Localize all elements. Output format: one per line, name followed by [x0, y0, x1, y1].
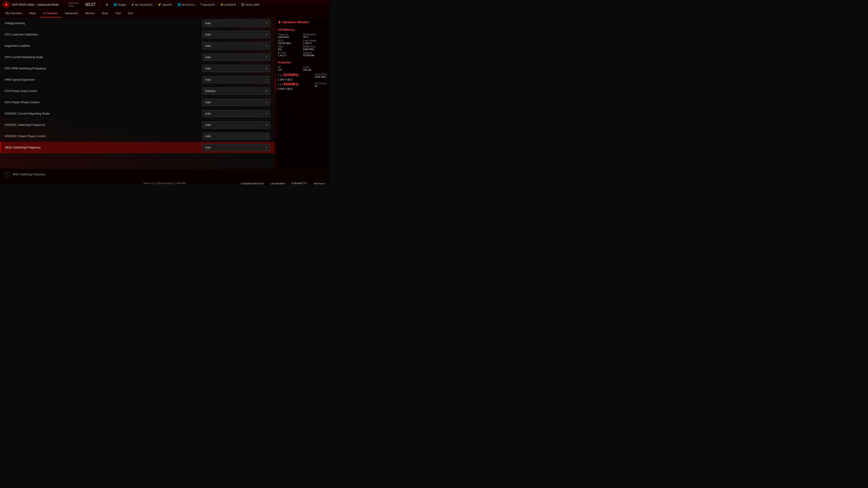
setting-row[interactable]: VRM Spread SpectrumAuto	[0, 74, 275, 86]
setting-row[interactable]: VDDSOC Current Reporting ScaleAuto	[0, 108, 275, 119]
help-icon: ?	[200, 3, 202, 6]
hotkeys-label: Hot Keys ?	[314, 182, 326, 185]
ratio-value: 43x	[278, 48, 301, 51]
frequency-value: 4300 MHz	[278, 36, 301, 38]
main-layout: Voltage trainingAutoCPU Load-line Calibr…	[0, 18, 329, 168]
dos-thresh-value: 91	[315, 85, 327, 88]
settings-tool-btn[interactable]: ⚙	[104, 2, 110, 7]
setting-row[interactable]: CPU Current Reporting ScaleAuto	[0, 52, 275, 63]
nav-bar: My Favorites Main Ai Tweaker Advanced Mo…	[0, 9, 329, 18]
version-text: Version 2.22.1284 Copyright (C) 2024 AMI	[143, 182, 186, 184]
qdashboard-btn[interactable]: Q-Dashboard(Insert)	[237, 180, 267, 185]
v-for-5205-label: V for	[278, 74, 283, 76]
scroll-separator	[275, 18, 275, 168]
nav-main[interactable]: Main	[26, 9, 39, 18]
nav-favorites[interactable]: My Favorites	[2, 9, 26, 18]
scroll-track[interactable]	[275, 18, 276, 168]
aura-btn[interactable]: ✨ AURA(F4)	[218, 2, 238, 7]
nav-boot[interactable]: Boot	[98, 9, 112, 18]
gear-icon: ⚙	[105, 3, 108, 6]
setting-row[interactable]: CPU VRM Switching FrequencyAuto	[0, 63, 275, 74]
sp-label: SP	[278, 66, 301, 68]
content-area: Voltage trainingAutoCPU Load-line Calibr…	[0, 18, 275, 168]
setting-name: MISC Switching Frequency	[5, 146, 202, 149]
core-voltage-value: 1.385 V	[303, 42, 327, 44]
setting-value-wrap: Extreme	[202, 88, 270, 95]
scroll-thumb[interactable]	[275, 78, 276, 92]
settings-list: Voltage trainingAutoCPU Load-line Calibr…	[0, 18, 275, 153]
info-icon: i	[4, 172, 10, 177]
setting-row[interactable]: VDDSOC Switching FrequencyAuto	[0, 119, 275, 131]
aura-icon: ✨	[220, 3, 223, 6]
setting-name: VDDSOC Switching Frequency	[4, 123, 202, 127]
hardware-monitor-sidebar: 🖥 Hardware Monitor CPU/Memory Frequency …	[275, 18, 329, 168]
bios-title: UEFI BIOS Utility – Advanced Mode	[12, 3, 59, 6]
dos-thresh-label: Dos Thresh	[315, 82, 327, 85]
heavy-freq-label: Heavy Freq	[315, 73, 327, 75]
frequency-label: Frequency	[278, 33, 301, 36]
setting-dropdown[interactable]: Auto	[202, 42, 270, 50]
nav-advanced[interactable]: Advanced	[61, 9, 82, 18]
ai-icon: 🌐	[178, 3, 181, 6]
setting-dropdown[interactable]: Auto	[202, 54, 270, 61]
setting-name: VRM Spread Spectrum	[4, 78, 202, 81]
lastmodified-label: Last Modified	[270, 182, 285, 185]
setting-dropdown[interactable]: Auto	[202, 121, 270, 129]
setting-dropdown[interactable]: Auto	[202, 133, 270, 140]
v-l5-5205-value: 1.260 V @L5	[278, 78, 327, 81]
setting-dropdown[interactable]: Auto	[202, 110, 270, 117]
setting-dropdown[interactable]: Auto	[202, 76, 270, 84]
setting-dropdown[interactable]: Extreme	[202, 88, 270, 95]
search-btn[interactable]: ? Search(F9)	[198, 2, 217, 7]
dram-freq-value: 6400 MHz	[303, 48, 327, 51]
mc-volt-value: 1.412 V	[278, 54, 301, 57]
hotkeys-btn[interactable]: Hot Keys ?	[310, 180, 329, 185]
prediction-section: Prediction SP 119 Cooler 166 pts V for 5…	[278, 61, 327, 90]
setting-name: Voltage training	[4, 22, 202, 25]
qfan-btn[interactable]: ⚡ Qfan(F6)	[156, 2, 174, 7]
setting-row[interactable]: Segment2 LoadlineAuto	[0, 40, 275, 52]
prediction-title: Prediction	[278, 61, 327, 64]
setting-dropdown[interactable]: Auto	[202, 31, 270, 38]
rog-logo-icon	[3, 1, 10, 8]
setting-row[interactable]: CPU Load-line CalibrationAuto	[0, 29, 275, 40]
resize-icon: ⬛	[241, 3, 245, 6]
setting-dropdown[interactable]: Auto	[202, 144, 270, 151]
info-text: MISC Switching Frequency	[13, 173, 45, 176]
ezmode-btn[interactable]: EzMode(F7)⏎	[288, 180, 311, 185]
resizebar-btn[interactable]: ⬛ ReSize BAR	[239, 2, 261, 7]
setting-row[interactable]: Voltage trainingAuto	[0, 18, 275, 29]
cooler-label: Cooler	[303, 66, 327, 68]
globe-icon: 🌐	[114, 3, 117, 6]
nav-exit[interactable]: Exit	[124, 9, 136, 18]
cpu-memory-title: CPU/Memory	[278, 28, 327, 31]
setting-value-wrap: Auto	[202, 110, 270, 117]
setting-row[interactable]: VDDSOC Power Phase ControlAuto	[0, 131, 275, 142]
setting-dropdown[interactable]: Auto	[202, 65, 270, 72]
nav-aitweaker[interactable]: Ai Tweaker	[39, 9, 61, 18]
resizebar-label: ReSize BAR	[246, 3, 259, 6]
nav-monitor[interactable]: Monitor	[82, 9, 98, 18]
setting-value-wrap: Auto	[202, 42, 270, 50]
setting-name: CPU Load-line Calibration	[4, 33, 202, 36]
setting-name: CPU Power Duty Control	[4, 89, 202, 93]
setting-value-wrap: Auto	[202, 144, 270, 151]
setting-row[interactable]: CPU Power Duty ControlExtreme	[0, 86, 275, 97]
language-btn[interactable]: 🌐 English	[112, 2, 128, 7]
setting-name: VDDSOC Power Phase Control	[4, 134, 202, 138]
header-divider	[64, 2, 65, 8]
fan-icon: ⚡	[158, 3, 161, 6]
setting-row[interactable]: CPU Power Phase ControlAuto	[0, 97, 275, 108]
setting-value-wrap: Auto	[202, 133, 270, 140]
setting-value-wrap: Auto	[202, 76, 270, 84]
lastmodified-btn[interactable]: Last Modified	[267, 180, 288, 185]
aioc-btn[interactable]: 🌐 AI OC(F11)	[176, 2, 196, 7]
favorite-btn[interactable]: ★ My Favorite(F3)	[129, 2, 154, 7]
setting-row[interactable]: MISC Switching FrequencyAuto	[0, 142, 275, 153]
setting-dropdown[interactable]: Auto	[202, 99, 270, 106]
nav-tool[interactable]: Tool	[112, 9, 125, 18]
language-label: English	[118, 3, 126, 6]
header-bar: UEFI BIOS Utility – Advanced Mode 09/27/…	[0, 0, 329, 9]
sp-value: 119	[278, 68, 301, 71]
setting-dropdown[interactable]: Auto	[202, 20, 270, 27]
